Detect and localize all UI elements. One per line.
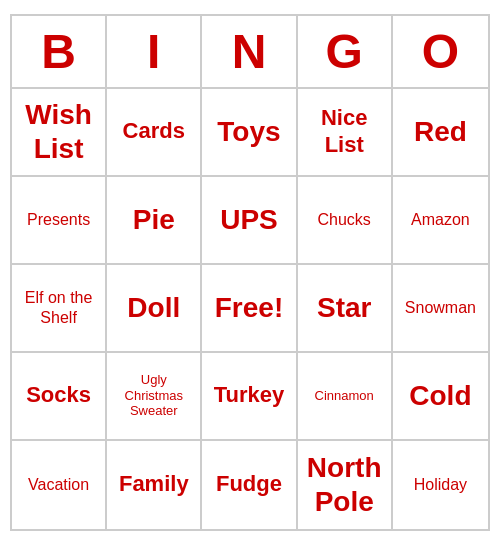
- cell-label: Star: [317, 291, 371, 325]
- cell-label: Vacation: [28, 475, 89, 494]
- bingo-cell: Turkey: [202, 353, 297, 441]
- bingo-cell: Elf on the Shelf: [12, 265, 107, 353]
- cell-label: Elf on the Shelf: [16, 288, 101, 326]
- bingo-cell: Fudge: [202, 441, 297, 529]
- bingo-cell: Vacation: [12, 441, 107, 529]
- bingo-cell: Presents: [12, 177, 107, 265]
- bingo-header-letter: N: [202, 16, 297, 87]
- cell-label: Presents: [27, 210, 90, 229]
- cell-label: Snowman: [405, 298, 476, 317]
- cell-label: North Pole: [302, 451, 387, 518]
- bingo-grid: Wish ListCardsToysNice ListRedPresentsPi…: [12, 89, 488, 529]
- cell-label: Family: [119, 471, 189, 497]
- cell-label: Turkey: [214, 382, 285, 408]
- cell-label: Red: [414, 115, 467, 149]
- bingo-header-letter: G: [298, 16, 393, 87]
- cell-label: Free!: [215, 291, 283, 325]
- bingo-cell: North Pole: [298, 441, 393, 529]
- bingo-cell: Pie: [107, 177, 202, 265]
- bingo-cell: Wish List: [12, 89, 107, 177]
- cell-label: Socks: [26, 382, 91, 408]
- cell-label: Wish List: [16, 98, 101, 165]
- bingo-cell: Nice List: [298, 89, 393, 177]
- bingo-header: BINGO: [12, 16, 488, 89]
- bingo-cell: Ugly Christmas Sweater: [107, 353, 202, 441]
- bingo-header-letter: B: [12, 16, 107, 87]
- cell-label: UPS: [220, 203, 278, 237]
- cell-label: Amazon: [411, 210, 470, 229]
- bingo-cell: Amazon: [393, 177, 488, 265]
- bingo-cell: Socks: [12, 353, 107, 441]
- bingo-header-letter: O: [393, 16, 488, 87]
- bingo-cell: Holiday: [393, 441, 488, 529]
- cell-label: Toys: [217, 115, 280, 149]
- bingo-cell: UPS: [202, 177, 297, 265]
- cell-label: Cinnamon: [315, 388, 374, 404]
- bingo-cell: Chucks: [298, 177, 393, 265]
- bingo-cell: Snowman: [393, 265, 488, 353]
- bingo-cell: Star: [298, 265, 393, 353]
- cell-label: Holiday: [414, 475, 467, 494]
- cell-label: Ugly Christmas Sweater: [111, 372, 196, 419]
- bingo-cell: Toys: [202, 89, 297, 177]
- cell-label: Cards: [123, 118, 185, 144]
- cell-label: Pie: [133, 203, 175, 237]
- bingo-cell: Cinnamon: [298, 353, 393, 441]
- bingo-cell: Doll: [107, 265, 202, 353]
- bingo-cell: Family: [107, 441, 202, 529]
- bingo-cell: Red: [393, 89, 488, 177]
- bingo-cell: Cold: [393, 353, 488, 441]
- cell-label: Nice List: [302, 105, 387, 158]
- bingo-card: BINGO Wish ListCardsToysNice ListRedPres…: [10, 14, 490, 531]
- cell-label: Chucks: [318, 210, 371, 229]
- cell-label: Cold: [409, 379, 471, 413]
- bingo-cell: Cards: [107, 89, 202, 177]
- cell-label: Fudge: [216, 471, 282, 497]
- bingo-cell: Free!: [202, 265, 297, 353]
- cell-label: Doll: [127, 291, 180, 325]
- bingo-header-letter: I: [107, 16, 202, 87]
